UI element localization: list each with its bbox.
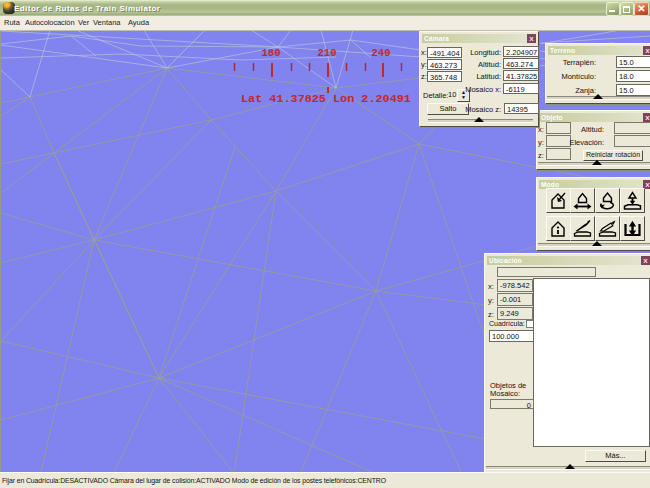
svg-text:210: 210 bbox=[318, 47, 337, 59]
svg-text:240: 240 bbox=[372, 47, 391, 59]
svg-text:Lat 41.37825 Lon 2.20491: Lat 41.37825 Lon 2.20491 bbox=[241, 92, 411, 106]
svg-text:180: 180 bbox=[262, 47, 281, 59]
